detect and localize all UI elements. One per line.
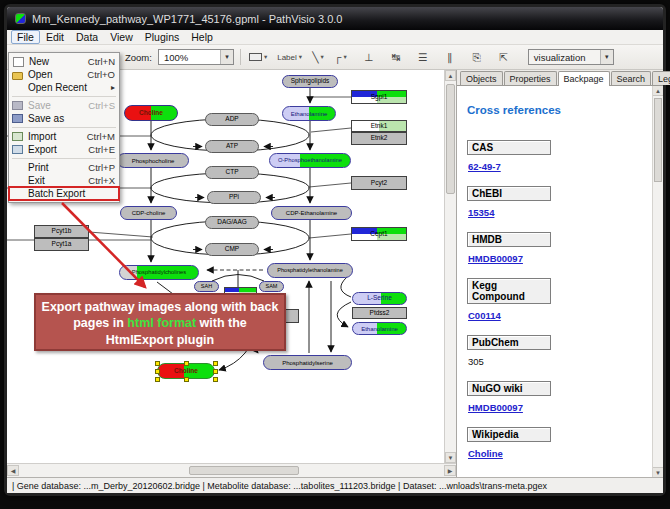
title-bar[interactable]: Mm_Kennedy_pathway_WP1771_45176.gpml - P… [7,7,663,30]
gene-datanode-tool-button[interactable]: ▾ [247,48,269,66]
stack-icon[interactable]: ⇱ [496,48,512,66]
pathway-node-phosphatidylserine[interactable]: Phosphatidylserine [263,355,352,370]
xref-source-name: CAS [467,140,551,155]
pathway-node-ppi[interactable]: PPi [207,191,261,204]
selection-handle[interactable] [155,361,160,366]
pathway-node-phosphocholine[interactable]: Phosphocholine [117,153,189,168]
menu-data[interactable]: Data [70,30,104,44]
pathway-node-etnk2[interactable]: Etnk2 [351,132,407,145]
align-vertical-icon[interactable]: ∥ [442,48,458,66]
pathway-node-choline[interactable]: Choline [124,105,178,121]
pathway-node-dag-aag[interactable]: DAG/AAG [205,216,259,229]
tab-properties[interactable]: Properties [504,71,557,85]
file-menu-item-save[interactable]: SaveCtrl+S [9,99,119,112]
pathway-node-phosphatidylethanolamine[interactable]: Phosphatidylethanolamine [267,263,353,278]
align-horizontal-icon[interactable]: ☰ [415,48,431,66]
pathway-node-pcyt1a[interactable]: Pcyt1a [34,238,89,251]
selection-handle[interactable] [213,369,218,374]
menu-help[interactable]: Help [185,30,219,44]
connector-tool-button[interactable]: ┌▾ [332,48,349,66]
file-menu-item-exit[interactable]: ExitCtrl+X [9,174,119,187]
panel-scrollbar[interactable]: ▲ ▼ [652,86,663,477]
pathway-node-ethanolamine[interactable]: Ethanolamine [352,322,407,335]
pathway-node-sam[interactable]: SAM [259,281,284,292]
selection-handle[interactable] [184,361,189,366]
common-size-icon[interactable]: ⎘ [469,48,485,66]
menu-edit[interactable]: Edit [40,30,70,44]
menu-icon-spacer [12,83,23,93]
selection-handle[interactable] [184,377,189,382]
swap-position-icon[interactable]: ↹ [388,48,404,66]
zoom-combobox[interactable]: 100% ▾ [158,49,234,65]
file-menu-item-open[interactable]: OpenCtrl+O [9,68,119,81]
menu-file[interactable]: File [11,30,40,44]
pathway-node-o-phosphoethanolamine[interactable]: O-Phosphoethanolamine [269,153,351,168]
panel-scroll-up-icon[interactable]: ▲ [653,86,663,96]
tab-objects[interactable]: Objects [460,71,503,85]
xref-value: HMDB00097 [468,402,651,413]
tab-backpage[interactable]: Backpage [558,71,610,86]
xref-link[interactable]: HMDB00097 [468,402,523,413]
file-menu-item-open-recent[interactable]: Open Recent▸ [9,81,119,94]
xref-link[interactable]: HMDB00097 [468,253,523,264]
zoom-dropdown-arrow-icon[interactable]: ▾ [220,50,233,64]
xref-link[interactable]: C00114 [468,310,501,321]
pathway-node-l-serine[interactable]: L-Serine [352,292,407,305]
vertical-scroll-thumb[interactable] [446,84,455,194]
align-bottom-icon[interactable]: ⊥ [361,48,377,66]
menu-item-label: Exit [28,175,88,186]
file-menu-item-print[interactable]: PrintCtrl+P [9,161,119,174]
scroll-left-icon[interactable]: ◀ [7,465,19,476]
xref-link[interactable]: Choline [468,448,503,459]
tab-legend[interactable]: Legend [652,71,670,85]
pathway-node-cdp-ethanolamine[interactable]: CDP-Ethanolamine [271,206,352,220]
panel-scroll-thumb[interactable] [654,98,662,182]
pathway-node-ethanolamine[interactable]: Ethanolamine [282,106,336,121]
xref-link[interactable]: 62-49-7 [468,161,501,172]
scroll-up-icon[interactable]: ▲ [445,70,456,81]
pathway-node-etnk1[interactable]: Etnk1 [351,120,407,132]
pathway-node-pcyt2[interactable]: Pcyt2 [351,176,407,190]
file-menu-item-new[interactable]: NewCtrl+N [9,55,119,68]
label-tool-button[interactable]: Label▾ [275,48,304,66]
pathway-node-ptdss2[interactable]: Ptdss2 [352,307,407,319]
pathway-node-sgpl1[interactable]: Sgpl1 [351,90,407,104]
selection-handle[interactable] [155,369,160,374]
selection-handle[interactable] [213,377,218,382]
menu-view[interactable]: View [104,30,139,44]
pathway-node-choline[interactable]: Choline [157,363,215,379]
file-menu-item-export[interactable]: ExportCtrl+E [9,143,119,156]
pathway-node-cdp-choline[interactable]: CDP-choline [120,206,177,220]
selection-handle[interactable] [155,377,160,382]
visualization-dropdown-arrow-icon[interactable]: ▾ [600,50,613,64]
pathway-node-atp[interactable]: ATP [205,140,259,153]
visualization-combobox[interactable]: visualization ▾ [528,49,614,65]
canvas-vertical-scrollbar[interactable]: ▲ ▼ [444,70,456,463]
menu-plugins[interactable]: Plugins [139,30,185,44]
pathway-node-sah[interactable]: SAH [194,281,219,292]
scroll-right-icon[interactable]: ▶ [444,465,456,476]
pathway-node-sphingolipids[interactable]: Sphingolipids [282,75,338,88]
pathway-node-ctp[interactable]: CTP [205,166,259,179]
pathway-node-cmp[interactable]: CMP [205,243,259,256]
backpage-content: Cross references CAS62-49-7ChEBI15354HMD… [457,86,663,477]
pathway-node-phosphatidylcholines[interactable]: Phosphatidylcholines [119,265,199,280]
tab-search[interactable]: Search [611,71,652,85]
panel-scroll-down-icon[interactable]: ▼ [653,467,663,477]
file-menu-item-save-as[interactable]: Save as [9,112,119,125]
scroll-down-icon[interactable]: ▼ [445,452,456,463]
xref-section-nugo-wiki: NuGO wikiHMDB00097 [467,381,651,413]
xref-link[interactable]: 15354 [468,207,494,218]
pathway-node-adp[interactable]: ADP [205,113,259,126]
line-tool-button[interactable]: ╲▾ [310,48,326,66]
selection-handle[interactable] [213,361,218,366]
menu-bar: FileEditDataViewPluginsHelp [7,30,663,45]
pathway-node-pcyt1b[interactable]: Pcyt1b [34,225,89,238]
canvas-horizontal-scrollbar[interactable]: ◀ ▶ [7,463,456,477]
xref-section-wikipedia: WikipediaCholine [467,427,651,459]
menu-item-label: Open Recent [28,82,111,93]
file-menu-item-batch-export[interactable]: Batch Export [9,187,119,200]
pathway-node-cept1[interactable]: Cept1 [351,227,407,241]
horizontal-scroll-thumb[interactable] [189,466,299,475]
file-menu-item-import[interactable]: ImportCtrl+M [9,130,119,143]
